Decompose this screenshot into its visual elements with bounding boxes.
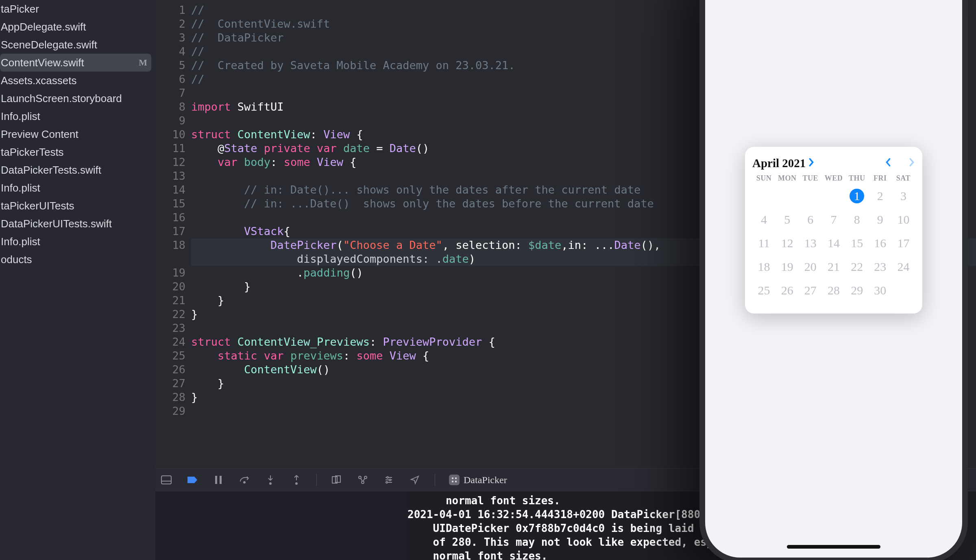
code-line[interactable]: } [191, 307, 976, 321]
line-number: 26 [163, 363, 191, 377]
step-out-icon[interactable] [290, 474, 303, 486]
line-number: 8 [163, 100, 191, 114]
line-number: 7 [163, 86, 191, 100]
code-line[interactable] [191, 404, 976, 418]
line-number: 12 [163, 155, 191, 169]
variables-view[interactable] [155, 491, 407, 560]
code-line[interactable]: // [191, 72, 976, 86]
console-output[interactable]: normal font sizes. 2021-04-01 16:32:54.4… [407, 491, 976, 560]
navigator-item[interactable]: Preview Content [0, 125, 155, 143]
navigator-item[interactable]: ContentView.swiftM [0, 54, 151, 72]
pause-icon[interactable] [212, 474, 224, 486]
source-editor[interactable]: 123456789101112131415161718 192021222324… [155, 0, 976, 468]
line-number: 13 [163, 169, 191, 183]
navigator-item[interactable]: SceneDelegate.swift [0, 36, 155, 54]
debug-toolbar: DataPicker [155, 468, 976, 491]
svg-point-16 [389, 479, 391, 481]
code-line[interactable]: // [191, 45, 976, 59]
line-number: 27 [163, 377, 191, 390]
hide-debug-area-icon[interactable] [160, 474, 172, 486]
navigator-item-label: Assets.xcassets [1, 75, 76, 86]
code-line[interactable]: DatePicker("Choose a Date", selection: $… [191, 238, 976, 252]
code-line[interactable] [191, 86, 976, 100]
navigator-item[interactable]: taPicker [0, 0, 155, 18]
code-line[interactable]: .padding() [191, 266, 976, 280]
simulate-location-icon[interactable] [409, 474, 421, 486]
navigator-item[interactable]: DataPickerTests.swift [0, 161, 155, 179]
code-line[interactable]: ContentView() [191, 363, 976, 377]
svg-point-4 [244, 482, 245, 483]
line-number: 3 [163, 31, 191, 45]
navigator-item-label: taPickerUITests [1, 200, 74, 211]
navigator-item-label: oducts [1, 254, 32, 265]
line-number: 1 [163, 3, 191, 17]
code-line[interactable]: @State private var date = Date() [191, 142, 976, 155]
line-number: 18 [163, 238, 191, 252]
line-number: 14 [163, 183, 191, 197]
code-line[interactable]: import SwiftUI [191, 100, 976, 114]
navigator-item[interactable]: Info.plist [0, 107, 155, 125]
step-over-icon[interactable] [238, 474, 251, 486]
code-line[interactable]: var body: some View { [191, 155, 976, 169]
navigator-item-label: Info.plist [1, 111, 40, 122]
navigator-item[interactable]: AppDelegate.swift [0, 18, 155, 36]
code-line[interactable]: // ContentView.swift [191, 17, 976, 31]
navigator-item-label: Info.plist [1, 183, 40, 193]
debug-memory-graph-icon[interactable] [357, 474, 369, 486]
navigator-item[interactable]: taPickerTests [0, 143, 155, 161]
code-line[interactable]: VStack{ [191, 224, 976, 238]
code-line[interactable] [191, 321, 976, 335]
navigator-item[interactable]: Info.plist [0, 233, 155, 251]
code-line[interactable]: // [191, 3, 976, 17]
code-line[interactable] [191, 114, 976, 128]
code-line[interactable]: displayedComponents: .date) [191, 252, 976, 266]
divider [316, 474, 317, 486]
line-number: 24 [163, 335, 191, 349]
navigator-item-label: LaunchScreen.storyboard [1, 93, 122, 104]
code-line[interactable]: // in: ...Date() shows only the dates be… [191, 197, 976, 211]
change-bar-strip [155, 0, 163, 468]
navigator-item[interactable]: LaunchScreen.storyboard [0, 89, 155, 107]
code-line[interactable]: } [191, 294, 976, 307]
svg-rect-3 [220, 476, 222, 484]
process-name: DataPicker [464, 475, 507, 485]
navigator-item[interactable]: DataPickerUITests.swift [0, 215, 155, 233]
svg-point-11 [362, 481, 364, 484]
code-line[interactable]: } [191, 377, 976, 390]
navigator-item-label: DataPickerUITests.swift [1, 218, 112, 229]
code-area[interactable]: //// ContentView.swift// DataPicker//// … [191, 0, 976, 468]
navigator-item-label: Preview Content [1, 129, 78, 139]
navigator-item[interactable]: oducts [0, 251, 155, 268]
code-line[interactable] [191, 211, 976, 224]
navigator-item[interactable]: Assets.xcassets [0, 72, 155, 89]
svg-rect-20 [452, 481, 453, 482]
code-line[interactable]: } [191, 280, 976, 294]
breakpoints-icon[interactable] [186, 474, 198, 486]
code-line[interactable]: struct ContentView_Previews: PreviewProv… [191, 335, 976, 349]
line-number: 11 [163, 142, 191, 155]
code-line[interactable]: static var previews: some View { [191, 349, 976, 363]
process-selector[interactable]: DataPicker [449, 475, 507, 485]
line-number: 28 [163, 390, 191, 404]
line-number: 29 [163, 404, 191, 418]
modified-badge: M [139, 58, 147, 67]
debug-console: normal font sizes. 2021-04-01 16:32:54.4… [155, 491, 976, 560]
environment-overrides-icon[interactable] [383, 474, 395, 486]
code-line[interactable]: } [191, 390, 976, 404]
code-line[interactable]: struct ContentView: View { [191, 128, 976, 142]
code-line[interactable] [191, 169, 976, 183]
code-line[interactable]: // Created by Saveta Mobile Academy on 2… [191, 59, 976, 72]
debug-view-hierarchy-icon[interactable] [331, 474, 343, 486]
svg-point-17 [386, 482, 388, 483]
svg-rect-2 [215, 476, 217, 484]
code-line[interactable]: // DataPicker [191, 31, 976, 45]
line-number: 9 [163, 114, 191, 128]
line-number: 21 [163, 294, 191, 307]
navigator-item[interactable]: Info.plist [0, 179, 155, 197]
navigator-item[interactable]: taPickerUITests [0, 197, 155, 215]
code-line[interactable]: // in: Date()... shows only the dates af… [191, 183, 976, 197]
divider [435, 474, 435, 486]
step-into-icon[interactable] [264, 474, 277, 486]
line-number: 23 [163, 321, 191, 335]
project-navigator[interactable]: taPickerAppDelegate.swiftSceneDelegate.s… [0, 0, 155, 560]
